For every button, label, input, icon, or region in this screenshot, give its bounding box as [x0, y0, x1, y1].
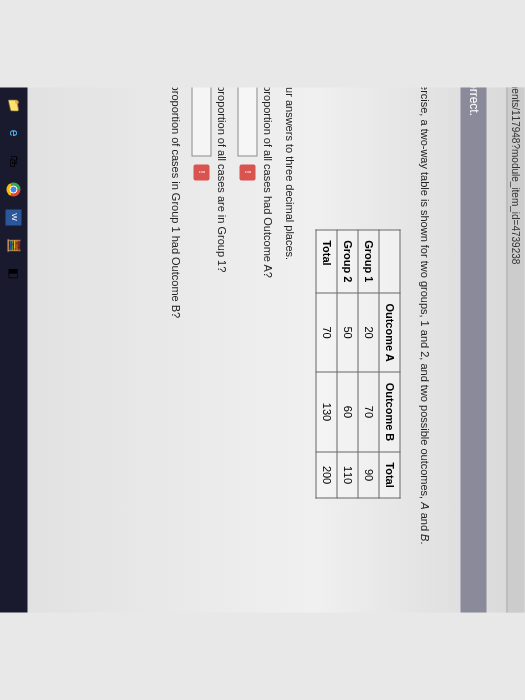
col-total: Total [380, 452, 401, 498]
answer-row-b: i ! [192, 88, 212, 613]
question-b: (b) What proportion of all cases are in … [216, 88, 228, 613]
two-way-table: Outcome A Outcome B Total Group 1 20 70 … [316, 229, 401, 499]
store-icon[interactable]: 🛍 [5, 152, 23, 170]
col-outcome-a: Outcome A [380, 293, 401, 372]
answer-input-a[interactable] [238, 88, 258, 157]
url-bar: ...s/1372/assignments/117948?module_item… [507, 88, 525, 613]
app-icon[interactable]: ◧ [5, 264, 23, 282]
question-c: (c) What proportion of cases in Group 1 … [170, 88, 182, 613]
url-text: ...s/1372/assignments/117948?module_item… [510, 88, 521, 265]
word-icon[interactable]: W [5, 208, 23, 226]
error-icon: ! [240, 164, 256, 180]
incorrect-banner: ⚑ Incorrect. [461, 88, 487, 613]
col-outcome-b: Outcome B [380, 372, 401, 452]
error-icon: ! [194, 164, 210, 180]
chrome-icon[interactable] [5, 180, 23, 198]
table-row: Total 70 130 200 [317, 230, 338, 499]
edge-icon[interactable]: e [5, 124, 23, 142]
incorrect-label: Incorrect. [467, 88, 481, 117]
answer-input-b[interactable] [192, 88, 212, 157]
table-row: Group 2 50 60 110 [338, 230, 359, 499]
calculator-icon[interactable]: 🧮 [5, 236, 23, 254]
table-corner [380, 230, 401, 293]
file-explorer-icon[interactable]: 📁 [5, 96, 23, 114]
question-a: (a) What proportion of all cases had Out… [262, 88, 274, 613]
round-instruction: Round your answers to three decimal plac… [284, 88, 296, 613]
taskbar-icons: 📁 e 🛍 W 🧮 ◧ [5, 88, 23, 283]
answer-row-a: i ! [238, 88, 258, 613]
intro-text: In this exercise, a two-way table is sho… [419, 88, 431, 613]
table-row: Group 1 20 70 90 [359, 230, 380, 499]
content-area: ⚑ Incorrect. In this exercise, a two-way… [28, 88, 507, 613]
taskbar: 🎤 to search 📁 e 🛍 W 🧮 ◧ ˄ ☁ 📶 [0, 88, 28, 613]
